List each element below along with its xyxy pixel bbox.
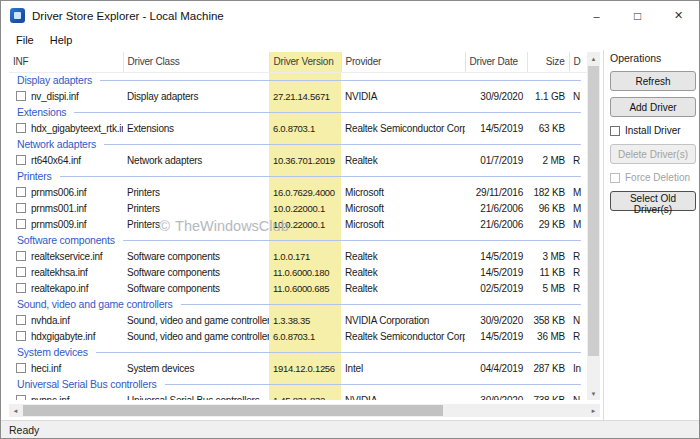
extra-cell: In [569,360,587,376]
driver-row[interactable]: realtekapo.infSoftware components11.0.60… [9,280,587,296]
scroll-up-icon[interactable]: ▲ [587,52,600,65]
row-checkbox[interactable] [16,219,26,229]
row-checkbox[interactable] [16,123,26,133]
column-header-partial[interactable]: D [569,52,587,72]
row-checkbox[interactable] [16,363,26,373]
vertical-scrollbar[interactable]: ▲ ▼ [587,52,600,400]
date-cell: 21/6/2006 [465,216,527,232]
date-cell: 29/11/2016 [465,184,527,200]
horizontal-scrollbar[interactable]: ◄ ► [9,404,600,417]
class-cell: Extensions [123,120,269,136]
group-label: Printers [17,170,52,182]
inf-name: realtekservice.inf [31,251,102,262]
delete-drivers-button: Delete Driver(s) [610,144,696,164]
column-header-driver-date[interactable]: Driver Date [465,52,527,72]
row-checkbox[interactable] [16,91,26,101]
driver-list-viewport: INF Driver Class Driver Version Provider… [9,52,587,400]
inf-cell: prnms001.inf [9,200,123,216]
driver-row[interactable]: nvpnc.infUniversal Serial Bus controller… [9,392,587,400]
row-checkbox[interactable] [16,283,26,293]
close-button[interactable]: ✕ [658,1,699,30]
maximize-button[interactable]: □ [617,1,658,30]
driver-row[interactable]: realtekservice.infSoftware components1.0… [9,248,587,264]
menu-file[interactable]: File [8,32,42,48]
date-cell: 02/5/2019 [465,280,527,296]
row-checkbox[interactable] [16,267,26,277]
app-window: Driver Store Explorer - Local Machine – … [0,0,700,439]
group-row: System devices [9,344,587,360]
class-cell: Sound, video and game controllers [123,312,269,328]
scroll-right-icon[interactable]: ► [587,404,600,417]
row-checkbox[interactable] [16,155,26,165]
checkbox-icon [610,173,620,183]
driver-row[interactable]: hdxgigabyte.infSound, video and game con… [9,328,587,344]
group-row: Display adapters [9,72,587,88]
refresh-button[interactable]: Refresh [610,71,696,91]
class-cell: Software components [123,264,269,280]
operations-title: Operations [610,52,694,64]
driver-row[interactable]: realtekhsa.infSoftware components11.0.60… [9,264,587,280]
provider-cell: Realtek [341,248,465,264]
group-divider [165,384,582,385]
provider-cell: Realtek [341,264,465,280]
add-driver-button[interactable]: Add Driver [610,97,696,117]
driver-row[interactable]: nvhda.infSound, video and game controlle… [9,312,587,328]
row-checkbox[interactable] [16,395,26,401]
group-divider [74,112,581,113]
date-cell: 21/6/2006 [465,200,527,216]
class-cell: Printers [123,200,269,216]
inf-cell: hdx_gigabyteext_rtk.inf [9,120,123,136]
size-cell: 358 KB [527,312,569,328]
provider-cell: Microsoft [341,216,465,232]
extra-cell: R [569,328,587,344]
scroll-down-icon[interactable]: ▼ [587,387,600,400]
class-cell: Printers [123,216,269,232]
date-cell: 14/5/2019 [465,248,527,264]
row-checkbox[interactable] [16,203,26,213]
provider-cell: Realtek Semiconductor Corp. [341,120,465,136]
driver-row[interactable]: prnms009.infPrinters10.0.22000.1Microsof… [9,216,587,232]
window-title: Driver Store Explorer - Local Machine [32,10,224,22]
column-header-inf[interactable]: INF [9,52,123,72]
column-header-driver-class[interactable]: Driver Class [123,52,269,72]
driver-row[interactable]: hdx_gigabyteext_rtk.infExtensions6.0.870… [9,120,587,136]
driver-row[interactable]: heci.infSystem devices1914.12.0.1256Inte… [9,360,587,376]
driver-row[interactable]: prnms001.infPrinters10.0.22000.1Microsof… [9,200,587,216]
menubar: File Help [1,30,699,50]
column-header-provider[interactable]: Provider [341,52,465,72]
version-cell: 27.21.14.5671 [269,88,341,104]
driver-table: INF Driver Class Driver Version Provider… [9,52,587,400]
driver-row[interactable]: rt640x64.infNetwork adapters10.36.701.20… [9,152,587,168]
version-cell: 6.0.8703.1 [269,328,341,344]
inf-name: prnms009.inf [31,219,86,230]
scroll-left-icon[interactable]: ◄ [9,404,22,417]
select-old-drivers-button[interactable]: Select Old Driver(s) [610,191,696,211]
row-checkbox[interactable] [16,315,26,325]
install-driver-checkbox[interactable]: Install Driver [610,123,694,138]
extra-cell: M [569,200,587,216]
checkbox-icon [610,126,620,136]
driver-row[interactable]: prnms006.infPrinters16.0.7629.4000Micros… [9,184,587,200]
inf-cell: realtekapo.inf [9,280,123,296]
size-cell: 5 MB [527,280,569,296]
column-header-size[interactable]: Size [527,52,569,72]
menu-help[interactable]: Help [42,32,81,48]
row-checkbox[interactable] [16,331,26,341]
row-checkbox[interactable] [16,187,26,197]
row-checkbox[interactable] [16,251,26,261]
force-deletion-label: Force Deletion [625,172,690,183]
extra-cell [569,120,587,136]
group-label: Sound, video and game controllers [17,298,173,310]
group-divider [60,176,581,177]
date-cell: 14/5/2019 [465,264,527,280]
driver-row[interactable]: nv_dispi.infDisplay adapters27.21.14.567… [9,88,587,104]
inf-cell: prnms009.inf [9,216,123,232]
minimize-button[interactable]: – [576,1,617,30]
column-header-driver-version[interactable]: Driver Version [269,52,341,72]
vertical-scroll-thumb[interactable] [588,66,599,356]
version-cell: 11.0.6000.180 [269,264,341,280]
horizontal-scroll-thumb[interactable] [23,405,443,416]
version-cell: 1.3.38.35 [269,312,341,328]
version-cell: 10.36.701.2019 [269,152,341,168]
inf-name: hdx_gigabyteext_rtk.inf [31,123,123,134]
